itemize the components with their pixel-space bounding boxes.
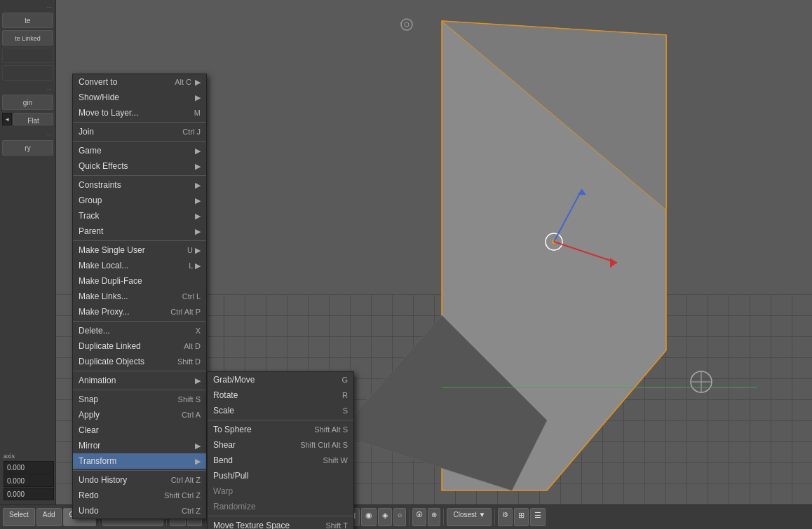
- menu-make-dupli-face[interactable]: Make Dupli-Face: [73, 273, 206, 289]
- sep8: [73, 470, 206, 471]
- sep3: [73, 175, 206, 176]
- sidebar-btn-flat[interactable]: Flat: [13, 113, 53, 125]
- menu-game[interactable]: Game ▶: [73, 143, 206, 158]
- menu-animation[interactable]: Animation ▶: [73, 373, 206, 388]
- submenu-rotate[interactable]: Rotate R: [208, 387, 353, 403]
- svg-point-9: [401, 19, 412, 30]
- sep2: [73, 141, 206, 142]
- num-field-1[interactable]: 0.000: [4, 461, 54, 474]
- sub-sep2: [208, 516, 353, 516]
- menu-undo-history[interactable]: Undo History Ctrl Alt Z: [73, 472, 206, 488]
- toolbar-select[interactable]: Select: [3, 508, 35, 526]
- context-menu: Convert to Alt C ▶ Show/Hide ▶ Move to L…: [72, 74, 207, 519]
- sidebar-btn-linked[interactable]: te Linked: [2, 30, 53, 46]
- sidebar-dots: ···: [2, 4, 53, 11]
- submenu-scale[interactable]: Scale S: [208, 403, 353, 418]
- menu-parent[interactable]: Parent ▶: [73, 224, 206, 239]
- menu-group[interactable]: Group ▶: [73, 193, 206, 208]
- submenu-warp[interactable]: Warp: [208, 483, 353, 499]
- toolbar-icon-s1[interactable]: ⦿: [412, 508, 426, 526]
- submenu-bend[interactable]: Bend Shift W: [208, 453, 353, 468]
- menu-make-proxy[interactable]: Make Proxy... Ctrl Alt P: [73, 304, 206, 320]
- menu-redo[interactable]: Redo Shift Ctrl Z: [73, 488, 206, 503]
- sidebar-btn-te[interactable]: te: [2, 13, 53, 28]
- toolbar-shade4[interactable]: ◈: [378, 508, 392, 526]
- menu-dup-linked[interactable]: Duplicate Linked Alt D: [73, 338, 206, 354]
- sidebar-dots2: ···: [2, 85, 53, 92]
- submenu-randomize[interactable]: Randomize: [208, 499, 353, 514]
- num-field-2[interactable]: 0.000: [4, 474, 54, 487]
- submenu-push-pull[interactable]: Push/Pull: [208, 468, 353, 483]
- menu-quick-effects[interactable]: Quick Effects ▶: [73, 158, 206, 174]
- menu-constraints[interactable]: Constraints ▶: [73, 177, 206, 193]
- menu-transform[interactable]: Transform ▶: [73, 453, 206, 469]
- toolbar-closest[interactable]: Closest ▼: [447, 508, 492, 526]
- sep-toolbar8: [494, 509, 495, 525]
- sidebar-small-btn[interactable]: ◂: [2, 113, 12, 125]
- menu-join[interactable]: Join Ctrl J: [73, 124, 206, 139]
- svg-point-10: [405, 22, 409, 27]
- menu-apply[interactable]: Apply Ctrl A: [73, 407, 206, 422]
- submenu-shear[interactable]: Shear Shift Ctrl Alt S: [208, 437, 353, 453]
- menu-clear[interactable]: Clear: [73, 422, 206, 438]
- sep-toolbar7: [443, 509, 444, 525]
- sidebar-dots3: ···: [2, 131, 53, 138]
- menu-make-links[interactable]: Make Links... Ctrl L: [73, 289, 206, 304]
- submenu-to-sphere[interactable]: To Sphere Shift Alt S: [208, 422, 353, 437]
- menu-delete[interactable]: Delete... X: [73, 323, 206, 338]
- toolbar-icon-end2[interactable]: ☰: [530, 508, 546, 526]
- submenu-grab-move[interactable]: Grab/Move G: [208, 372, 353, 387]
- toolbar-settings[interactable]: ⚙: [498, 508, 513, 526]
- sidebar-btn-empty: [2, 48, 53, 63]
- left-sidebar: ··· te te Linked ··· gin ◂ Flat ··· ry a…: [0, 0, 56, 504]
- sep7: [73, 390, 206, 390]
- toolbar-add[interactable]: Add: [36, 508, 62, 526]
- sep4: [73, 240, 206, 241]
- axis-label: axis: [2, 452, 53, 460]
- toolbar-icon-s2[interactable]: ⊕: [428, 508, 440, 526]
- sep5: [73, 321, 206, 322]
- menu-show-hide[interactable]: Show/Hide ▶: [73, 90, 206, 105]
- menu-dup-objects[interactable]: Duplicate Objects Shift D: [73, 354, 206, 369]
- sidebar-row: ◂ Flat: [2, 113, 53, 125]
- toolbar-shade5[interactable]: ○: [393, 508, 407, 526]
- toolbar-shade3[interactable]: ◉: [361, 508, 377, 526]
- num-field-3[interactable]: 0.000: [4, 488, 54, 500]
- sep6: [73, 371, 206, 371]
- menu-move-to-layer[interactable]: Move to Layer... M: [73, 105, 206, 121]
- menu-track[interactable]: Track ▶: [73, 208, 206, 224]
- sep-toolbar6: [409, 509, 410, 525]
- submenu-move-texture[interactable]: Move Texture Space Shift T: [208, 518, 353, 529]
- menu-mirror[interactable]: Mirror ▶: [73, 438, 206, 453]
- sidebar-btn-empty2: [2, 65, 53, 81]
- sidebar-btn-ry[interactable]: ry: [2, 140, 53, 156]
- menu-convert-to[interactable]: Convert to Alt C ▶: [73, 74, 206, 90]
- sidebar-btn-gin[interactable]: gin: [2, 95, 53, 110]
- transform-submenu: Grab/Move G Rotate R Scale S To Sphere S…: [207, 371, 354, 529]
- toolbar-icon-end1[interactable]: ⊞: [514, 508, 529, 526]
- num-fields-group: axis 0.000 0.000 0.000: [2, 452, 53, 501]
- menu-make-single-user[interactable]: Make Single User U ▶: [73, 242, 206, 258]
- menu-undo[interactable]: Undo Ctrl Z: [73, 503, 206, 518]
- sep1: [73, 122, 206, 123]
- menu-snap[interactable]: Snap Shift S: [73, 392, 206, 407]
- menu-make-local[interactable]: Make Local... L ▶: [73, 258, 206, 273]
- sub-sep1: [208, 420, 353, 420]
